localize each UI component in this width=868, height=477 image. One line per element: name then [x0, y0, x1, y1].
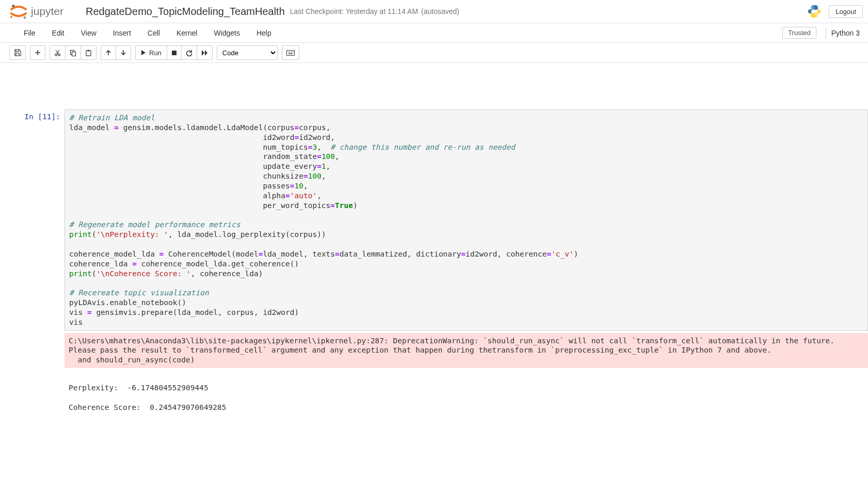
- copy-icon: [70, 50, 76, 56]
- svg-point-1: [24, 17, 26, 19]
- svg-rect-14: [288, 52, 289, 53]
- svg-rect-12: [172, 51, 176, 55]
- svg-point-7: [58, 54, 60, 56]
- stop-icon: [171, 50, 177, 56]
- plus-icon: [35, 50, 41, 56]
- restart-run-all-button[interactable]: [197, 45, 213, 60]
- checkpoint-text: Last Checkpoint: Yesterday at 11:14 AM: [290, 7, 418, 15]
- menu-insert[interactable]: Insert: [105, 25, 139, 41]
- notebook-title[interactable]: RedgateDemo_TopicModeling_TeamHealth: [86, 6, 285, 18]
- notebook[interactable]: In [11]: # Retrain LDA model lda_model =…: [0, 63, 868, 431]
- move-up-button[interactable]: [101, 45, 116, 60]
- svg-rect-16: [291, 52, 292, 53]
- run-button[interactable]: Run: [135, 45, 167, 60]
- menubar: File Edit View Insert Cell Kernel Widget…: [0, 23, 868, 43]
- header: jupyter RedgateDemo_TopicModeling_TeamHe…: [0, 0, 868, 23]
- paste-icon: [85, 50, 92, 56]
- kernel-name[interactable]: Python 3: [831, 29, 863, 37]
- menu-kernel[interactable]: Kernel: [168, 25, 205, 41]
- svg-rect-18: [288, 53, 293, 54]
- python-icon: [807, 4, 822, 19]
- menu-widgets[interactable]: Widgets: [205, 25, 248, 41]
- svg-text:jupyter: jupyter: [30, 5, 63, 17]
- cut-button[interactable]: [50, 45, 66, 60]
- svg-point-5: [815, 15, 816, 16]
- save-icon: [14, 49, 21, 56]
- copy-button[interactable]: [66, 45, 81, 60]
- svg-rect-10: [86, 51, 91, 56]
- move-down-button[interactable]: [116, 45, 131, 60]
- menu-file[interactable]: File: [15, 25, 44, 41]
- menu-edit[interactable]: Edit: [44, 25, 73, 41]
- add-cell-button[interactable]: [30, 45, 45, 60]
- restart-button[interactable]: [182, 45, 197, 60]
- trusted-indicator[interactable]: Trusted: [782, 27, 816, 39]
- save-button[interactable]: [9, 45, 26, 60]
- code-cell[interactable]: In [11]: # Retrain LDA model lda_model =…: [0, 109, 868, 331]
- output-stdout: Perplexity: -6.174804552909445 Coherence…: [65, 370, 868, 415]
- menu-view[interactable]: View: [73, 25, 105, 41]
- svg-rect-13: [286, 50, 294, 55]
- input-prompt: In [11]:: [5, 109, 65, 331]
- svg-rect-17: [293, 52, 294, 53]
- menu-help[interactable]: Help: [248, 25, 280, 41]
- keyboard-icon: [286, 50, 295, 56]
- svg-point-2: [10, 16, 12, 18]
- play-icon: [141, 50, 146, 55]
- svg-rect-11: [88, 50, 90, 51]
- output-prompt-stdout: [5, 370, 65, 415]
- command-palette-button[interactable]: [282, 45, 299, 60]
- restart-icon: [186, 50, 192, 56]
- logout-button[interactable]: Logout: [829, 5, 863, 18]
- interrupt-button[interactable]: [167, 45, 182, 60]
- svg-rect-9: [72, 52, 76, 56]
- autosave-text: (autosaved): [421, 7, 459, 15]
- svg-point-4: [812, 6, 813, 7]
- svg-point-6: [55, 54, 57, 56]
- output-prompt-stderr: [5, 333, 65, 369]
- menu-cell[interactable]: Cell: [139, 25, 168, 41]
- jupyter-logo[interactable]: jupyter: [9, 3, 74, 20]
- svg-rect-15: [290, 52, 291, 53]
- cell-type-select[interactable]: Code: [217, 45, 278, 60]
- fast-forward-icon: [201, 50, 208, 56]
- cut-icon: [54, 50, 61, 56]
- toolbar: Run Code: [0, 43, 868, 63]
- run-button-label: Run: [149, 49, 162, 57]
- paste-button[interactable]: [81, 45, 97, 60]
- output-stderr: C:\Users\mhatres\Anaconda3\lib\site-pack…: [65, 333, 868, 369]
- arrow-down-icon: [120, 50, 126, 56]
- code-input[interactable]: # Retrain LDA model lda_model = gensim.m…: [65, 109, 868, 331]
- arrow-up-icon: [105, 50, 111, 56]
